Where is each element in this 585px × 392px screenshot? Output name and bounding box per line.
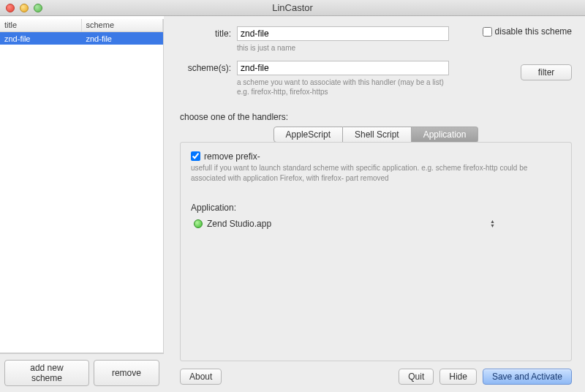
scheme-input[interactable] <box>237 61 449 75</box>
window-titlebar: LinCastor <box>0 0 585 16</box>
title-input[interactable] <box>237 26 449 41</box>
about-button[interactable]: About <box>180 369 222 385</box>
column-title[interactable]: title <box>0 19 82 31</box>
column-scheme[interactable]: scheme <box>82 19 164 31</box>
chevron-updown-icon: ▲▼ <box>490 219 495 228</box>
remove-prefix-hint: usefull if you want to launch standard s… <box>191 163 561 184</box>
cell-scheme: znd-file <box>82 34 164 44</box>
disable-scheme-checkbox[interactable] <box>483 27 492 37</box>
scheme-label: scheme(s): <box>180 63 231 73</box>
handler-panel: remove prefix- usefull if you want to la… <box>180 142 572 362</box>
tab-applescript[interactable]: AppleScript <box>273 127 343 143</box>
application-select[interactable]: Zend Studio.app ▲▼ <box>191 217 498 230</box>
add-scheme-button[interactable]: add new scheme <box>4 360 89 386</box>
application-label: Application: <box>191 203 561 213</box>
handlers-label: choose one of the handlers: <box>180 112 572 122</box>
tab-shellscript[interactable]: Shell Script <box>343 127 412 143</box>
title-hint: this is just a name <box>237 43 572 53</box>
footer: About Quit Hide Save and Activate <box>180 361 572 385</box>
application-value: Zend Studio.app <box>207 219 271 229</box>
title-label: title: <box>180 29 231 39</box>
main-panel: disable this scheme title: this is just … <box>164 16 585 392</box>
remove-prefix-checkbox[interactable] <box>191 151 200 161</box>
cell-title: znd-file <box>0 34 82 44</box>
sidebar-buttons: add new scheme remove <box>0 353 164 392</box>
filter-button[interactable]: filter <box>521 64 572 80</box>
sidebar: title scheme znd-file znd-file add new s… <box>0 16 164 392</box>
handler-tabs: AppleScript Shell Script Application <box>180 127 572 143</box>
remove-prefix-label: remove prefix- <box>204 151 260 162</box>
scheme-list[interactable]: title scheme znd-file znd-file <box>0 19 164 353</box>
save-activate-button[interactable]: Save and Activate <box>483 369 572 385</box>
tab-application[interactable]: Application <box>412 127 479 143</box>
app-icon <box>194 219 203 228</box>
window-title: LinCastor <box>0 2 585 13</box>
list-header: title scheme <box>0 19 163 32</box>
hide-button[interactable]: Hide <box>439 369 477 385</box>
disable-scheme-label: disable this scheme <box>495 26 572 37</box>
disable-scheme-wrap: disable this scheme <box>483 26 572 37</box>
remove-scheme-button[interactable]: remove <box>94 360 159 386</box>
list-row[interactable]: znd-file znd-file <box>0 32 163 45</box>
quit-button[interactable]: Quit <box>399 369 434 385</box>
